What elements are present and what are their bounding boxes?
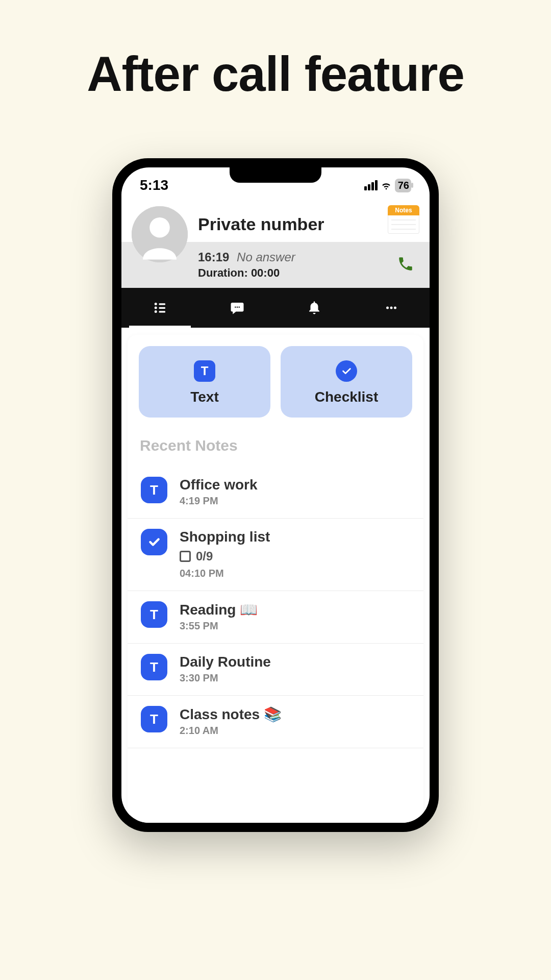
svg-point-13 [394,307,396,309]
wifi-icon [381,180,392,191]
recent-notes-header: Recent Notes [140,437,412,454]
tab-more[interactable] [353,288,430,328]
checklist-note-icon [141,529,167,555]
new-checklist-button[interactable]: Checklist [281,346,412,418]
note-title: Class notes 📚 [180,706,282,723]
note-title: Shopping list [180,529,270,545]
call-duration: Duration: 00:00 [198,266,295,280]
checklist-btn-label: Checklist [315,389,379,405]
content-card: T Text Checklist Recent Notes T Office w… [128,335,423,823]
note-progress: 0/9 [180,549,270,564]
tab-chat[interactable] [198,288,276,328]
call-status: No answer [237,250,295,264]
svg-point-9 [236,307,238,308]
svg-point-4 [154,307,157,309]
recent-notes-list: T Office work 4:19 PM Shopping list [128,467,423,748]
call-time-status: 16:19 No answer [198,250,295,264]
check-icon [336,360,357,382]
list-icon [153,300,168,315]
svg-point-6 [154,310,157,313]
note-item[interactable]: T Office work 4:19 PM [128,467,423,519]
progress-text: 0/9 [196,549,213,564]
text-btn-label: Text [190,389,219,405]
note-item[interactable]: T Daily Routine 3:30 PM [128,644,423,696]
status-time: 5:13 [140,177,168,193]
call-back-button[interactable] [397,255,414,275]
phone-notch [230,167,321,183]
note-item[interactable]: T Reading 📖 3:55 PM [128,591,423,644]
svg-rect-5 [159,307,165,309]
note-title: Office work [180,477,257,493]
text-icon: T [194,360,215,382]
notes-tag-label: Notes [388,205,419,215]
note-time: 3:55 PM [180,620,258,632]
svg-point-12 [390,307,392,309]
svg-rect-3 [159,303,165,305]
caller-section: Private number Notes 16:19 No answer Dur… [121,200,430,288]
caller-name: Private number [198,214,324,234]
svg-point-10 [238,307,240,308]
svg-point-11 [386,307,389,309]
text-note-icon: T [141,706,167,732]
tab-notifications[interactable] [276,288,353,328]
chat-icon [230,300,245,315]
note-title: Reading 📖 [180,601,258,618]
note-title: Daily Routine [180,654,271,670]
battery-indicator: 76 [395,179,411,192]
new-text-note-button[interactable]: T Text [139,346,270,418]
text-note-icon: T [141,477,167,503]
notes-app-icon[interactable]: Notes [388,205,419,234]
note-type-selector: T Text Checklist [139,346,412,418]
phone-frame: 5:13 76 Pr [112,158,439,832]
note-item[interactable]: Shopping list 0/9 04:10 PM [128,519,423,591]
note-time: 2:10 AM [180,725,282,737]
battery-level: 76 [398,180,409,191]
note-item[interactable]: T Class notes 📚 2:10 AM [128,696,423,748]
note-time: 4:19 PM [180,495,257,507]
svg-point-1 [149,217,170,238]
status-right: 76 [364,179,411,192]
cellular-signal-icon [364,180,378,190]
note-time: 04:10 PM [180,568,270,579]
svg-rect-7 [159,311,165,312]
text-note-icon: T [141,654,167,680]
tab-list[interactable] [121,288,198,328]
svg-point-2 [154,303,157,305]
avatar[interactable] [132,206,188,262]
checkbox-icon [180,551,191,562]
note-time: 3:30 PM [180,672,271,684]
bell-icon [307,300,322,315]
svg-point-8 [235,307,236,308]
text-note-icon: T [141,601,167,628]
page-title: After call feature [0,0,551,102]
tab-bar [121,288,430,328]
call-time: 16:19 [198,250,229,264]
phone-screen: 5:13 76 Pr [121,167,430,823]
more-icon [384,300,399,315]
